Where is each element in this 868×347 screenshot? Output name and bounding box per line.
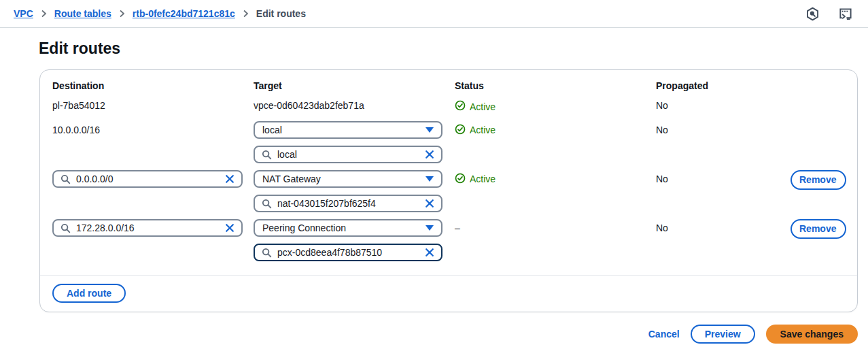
target-type-select[interactable]: NAT Gateway: [254, 170, 442, 188]
add-route-button[interactable]: Add route: [52, 284, 126, 303]
select-value: NAT Gateway: [262, 174, 321, 184]
col-header-status: Status: [455, 80, 656, 91]
propagated-value: No: [656, 121, 789, 139]
save-changes-button[interactable]: Save changes: [766, 325, 858, 344]
edit-routes-panel: Destination Target Status Propagated pl-…: [39, 69, 858, 312]
col-header-destination: Destination: [52, 80, 254, 91]
amazon-q-icon[interactable]: [805, 7, 820, 21]
route-row: pl-7ba54012 vpce-0d60423dab2feb71a Activ…: [52, 100, 845, 113]
status-cell: Active: [455, 173, 496, 186]
search-icon: [60, 174, 71, 184]
clear-x-icon[interactable]: [425, 248, 434, 257]
chevron-right-icon: [41, 10, 47, 18]
target-search-box: [254, 146, 442, 163]
chevron-right-icon: [243, 10, 249, 18]
propagated-value: No: [656, 170, 789, 188]
destination-search-input[interactable]: [76, 174, 220, 184]
propagated-value: No: [656, 100, 789, 112]
clear-x-icon[interactable]: [225, 223, 235, 233]
target-value: vpce-0d60423dab2feb71a: [254, 100, 455, 112]
chevron-right-icon: [119, 10, 125, 18]
breadcrumb-bar: VPC Route tables rtb-0fefc24bd7121c81c E…: [0, 0, 868, 28]
clear-x-icon[interactable]: [225, 174, 235, 184]
chevron-down-icon: [426, 127, 434, 133]
remove-route-button[interactable]: Remove: [791, 170, 846, 190]
destination-search-box: [52, 219, 243, 237]
route-row: Peering Connection: [52, 219, 845, 261]
clear-x-icon[interactable]: [425, 199, 434, 208]
cloudshell-icon[interactable]: [837, 7, 853, 21]
target-search-input[interactable]: [277, 247, 419, 258]
cancel-button[interactable]: Cancel: [648, 326, 680, 342]
target-search-input[interactable]: [277, 149, 419, 160]
status-dash: –: [455, 222, 460, 233]
status-active-icon: [455, 100, 466, 113]
target-search-input[interactable]: [277, 198, 419, 209]
propagated-value: No: [656, 219, 789, 237]
clear-x-icon[interactable]: [425, 150, 434, 159]
select-value: Peering Connection: [262, 222, 346, 233]
remove-route-button[interactable]: Remove: [791, 219, 846, 239]
status-active-icon: [455, 173, 466, 186]
breadcrumb-route-table-id[interactable]: rtb-0fefc24bd7121c81c: [133, 8, 235, 19]
form-actions: Cancel Preview Save changes: [39, 325, 858, 344]
target-search-box-focused: [254, 244, 442, 261]
search-icon: [262, 150, 272, 160]
route-row: 10.0.0.0/16 local: [52, 121, 845, 163]
search-icon: [60, 223, 71, 233]
target-type-select[interactable]: Peering Connection: [254, 219, 442, 237]
breadcrumb-current: Edit routes: [256, 8, 306, 19]
status-label: Active: [470, 101, 496, 112]
target-type-select[interactable]: local: [254, 121, 442, 139]
status-active-icon: [455, 124, 466, 137]
status-cell: Active: [455, 124, 496, 137]
preview-button[interactable]: Preview: [691, 325, 755, 344]
select-value: local: [262, 125, 282, 135]
destination-value: 10.0.0.0/16: [52, 121, 254, 139]
target-search-box: [254, 195, 442, 212]
route-row: NAT Gateway: [52, 170, 845, 212]
status-label: Active: [470, 125, 496, 135]
page-title: Edit routes: [39, 39, 868, 58]
search-icon: [262, 199, 272, 209]
breadcrumb-route-tables[interactable]: Route tables: [54, 8, 111, 19]
destination-search-input[interactable]: [76, 222, 220, 233]
card-footer: Add route: [40, 275, 857, 312]
table-header-row: Destination Target Status Propagated: [52, 80, 845, 91]
chevron-down-icon: [426, 176, 434, 182]
col-header-propagated: Propagated: [656, 80, 789, 91]
status-cell: Active: [455, 100, 656, 113]
col-header-target: Target: [254, 80, 455, 91]
breadcrumb: VPC Route tables rtb-0fefc24bd7121c81c E…: [14, 8, 306, 19]
destination-value: pl-7ba54012: [52, 100, 254, 112]
breadcrumb-vpc[interactable]: VPC: [14, 8, 33, 19]
destination-search-box: [52, 170, 243, 188]
status-label: Active: [470, 174, 496, 184]
chevron-down-icon: [426, 225, 434, 231]
search-icon: [262, 248, 272, 258]
